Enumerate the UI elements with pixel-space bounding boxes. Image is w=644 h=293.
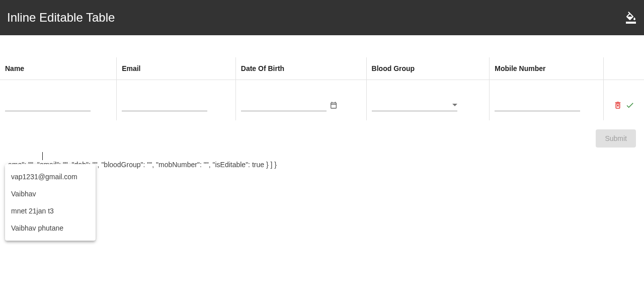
cell-actions <box>603 80 644 120</box>
autocomplete-option[interactable]: Vaibhav phutane <box>5 219 96 237</box>
cell-blood <box>366 80 490 120</box>
main-content: Name Email Date Of Birth Blood Group Mob… <box>0 57 644 188</box>
cell-name <box>0 80 117 120</box>
app-header: Inline Editable Table <box>0 0 644 35</box>
debug-is-valid: Is Valid: false <box>0 176 644 188</box>
format-color-fill-icon[interactable] <box>625 12 637 24</box>
column-header-mobile: Mobile Number <box>490 57 604 80</box>
blood-group-select[interactable] <box>372 99 457 111</box>
cell-dob <box>235 80 366 120</box>
column-header-dob: Date Of Birth <box>235 57 366 80</box>
submit-button[interactable]: Submit <box>596 129 636 148</box>
check-icon[interactable] <box>625 101 634 110</box>
editable-table: Name Email Date Of Birth Blood Group Mob… <box>0 57 644 120</box>
table-header-row: Name Email Date Of Birth Blood Group Mob… <box>0 57 644 80</box>
autocomplete-option[interactable]: mnet 21jan t3 <box>5 202 96 219</box>
autocomplete-option[interactable]: vap1231@gmail.com <box>5 168 96 185</box>
column-header-name: Name <box>0 57 117 80</box>
cell-email <box>117 80 236 120</box>
calendar-icon[interactable] <box>330 101 338 109</box>
column-header-blood: Blood Group <box>366 57 490 80</box>
dob-input[interactable] <box>241 99 327 111</box>
chevron-down-icon <box>452 104 457 106</box>
page-title: Inline Editable Table <box>7 11 115 25</box>
submit-row: Submit <box>0 120 644 148</box>
delete-icon[interactable] <box>613 101 622 110</box>
table-row <box>0 80 644 120</box>
column-header-actions <box>603 57 644 80</box>
email-input[interactable] <box>122 99 207 111</box>
name-input[interactable] <box>5 99 91 111</box>
column-header-email: Email <box>117 57 236 80</box>
autocomplete-panel: vap1231@gmail.com Vaibhav mnet 21jan t3 … <box>5 164 96 241</box>
mobile-input[interactable] <box>495 99 580 111</box>
autocomplete-option[interactable]: Vaibhav <box>5 185 96 202</box>
cell-mobile <box>490 80 604 120</box>
text-cursor-icon <box>42 152 43 160</box>
debug-form-data: ame": "", "email": "", "dob": "", "blood… <box>0 159 644 171</box>
